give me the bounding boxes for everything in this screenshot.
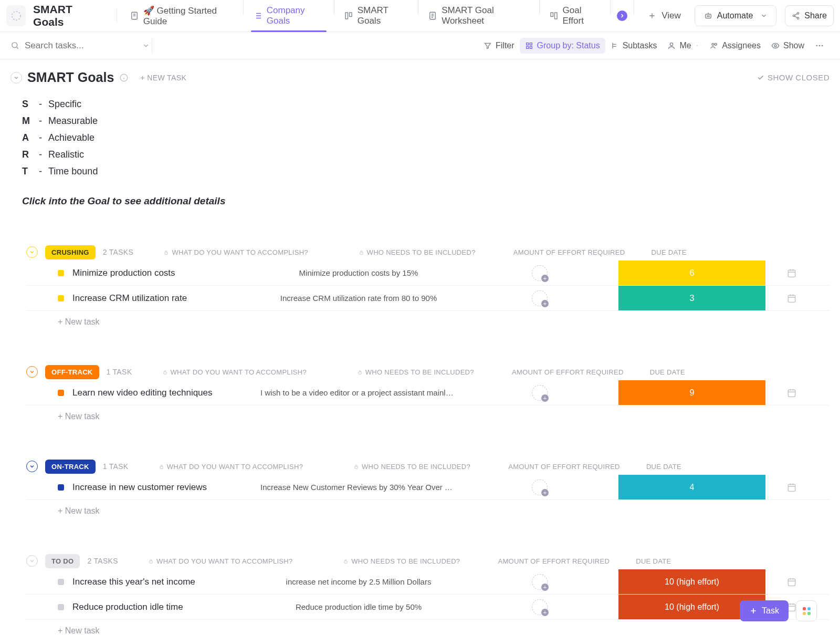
task-accomplish[interactable]: Increase CRM utilization rate from 80 to… xyxy=(256,294,461,303)
col-accomplish[interactable]: WHAT DO YOU WANT TO ACCOMPLISH? xyxy=(118,557,323,565)
info-icon[interactable] xyxy=(119,73,129,82)
status-pill[interactable]: TO DO xyxy=(45,554,80,568)
col-accomplish[interactable]: WHAT DO YOU WANT TO ACCOMPLISH? xyxy=(128,463,333,471)
assignee-placeholder-icon[interactable] xyxy=(532,480,548,495)
assignees-button[interactable]: Assignees xyxy=(705,38,766,54)
col-effort[interactable]: AMOUNT OF EFFORT REQUIRED xyxy=(496,248,643,256)
task-accomplish[interactable]: I wish to be a video editor or a project… xyxy=(256,388,461,397)
subtasks-button[interactable]: Subtasks xyxy=(605,38,663,54)
tab-goal-effort[interactable]: Goal Effort xyxy=(542,0,608,32)
task-due[interactable] xyxy=(765,293,818,304)
task-name[interactable]: Reduce production idle time xyxy=(72,602,256,612)
show-closed-button[interactable]: SHOW CLOSED xyxy=(757,73,830,82)
col-due[interactable]: DUE DATE xyxy=(641,368,694,376)
col-effort[interactable]: AMOUNT OF EFFORT REQUIRED xyxy=(494,368,641,376)
col-due[interactable]: DUE DATE xyxy=(627,557,680,565)
filter-button[interactable]: Filter xyxy=(478,38,520,54)
assignee-placeholder-icon[interactable] xyxy=(532,290,548,306)
new-task-row[interactable]: + New task xyxy=(26,500,830,516)
new-task-row[interactable]: + New task xyxy=(26,311,830,327)
status-pill[interactable]: ON-TRACK xyxy=(45,460,96,474)
tab-company-goals[interactable]: Company Goals xyxy=(246,0,332,32)
task-name[interactable]: Increase this year's net income xyxy=(72,577,256,587)
task-accomplish[interactable]: Minimize production costs by 15% xyxy=(256,268,461,277)
fab-task-button[interactable]: Task xyxy=(740,600,789,621)
task-name[interactable]: Increase in new customer reviews xyxy=(72,482,256,493)
col-include[interactable]: WHO NEEDS TO BE INCLUDED? xyxy=(337,368,494,376)
task-row[interactable]: Increase this year's net incomeincrease … xyxy=(26,569,830,595)
assignee-placeholder-icon[interactable] xyxy=(532,385,548,401)
assignee-placeholder-icon[interactable] xyxy=(532,599,548,615)
task-row[interactable]: Increase CRM utilization rateIncrease CR… xyxy=(26,286,830,311)
show-button[interactable]: Show xyxy=(766,38,810,54)
task-effort[interactable]: 6 xyxy=(618,261,765,285)
task-row[interactable]: Increase in new customer reviewsIncrease… xyxy=(26,475,830,500)
task-include[interactable] xyxy=(461,385,618,401)
view-button[interactable]: View xyxy=(639,0,688,32)
col-due[interactable]: DUE DATE xyxy=(643,248,695,256)
share-button[interactable]: Share xyxy=(785,5,834,26)
task-row[interactable]: Reduce production idle timeReduce produc… xyxy=(26,595,830,620)
content: SMART Goals + NEW TASK SHOW CLOSED S-Spe… xyxy=(0,59,840,635)
task-accomplish[interactable]: Increase New Customer Reviews by 30% Yea… xyxy=(256,483,461,492)
more-button[interactable] xyxy=(810,38,830,54)
status-dot[interactable] xyxy=(58,484,64,491)
more-views-button[interactable] xyxy=(613,0,632,32)
status-dot[interactable] xyxy=(58,579,64,585)
col-effort[interactable]: AMOUNT OF EFFORT REQUIRED xyxy=(480,557,627,565)
col-accomplish[interactable]: WHAT DO YOU WANT TO ACCOMPLISH? xyxy=(133,248,338,256)
tab-smart-goals[interactable]: SMART Goals xyxy=(337,0,416,32)
collapse-icon[interactable] xyxy=(26,461,38,472)
assignee-placeholder-icon[interactable] xyxy=(532,574,548,590)
chevron-down-icon[interactable] xyxy=(142,42,150,49)
collapse-all-icon[interactable] xyxy=(10,72,22,84)
collapse-icon[interactable] xyxy=(26,246,38,258)
task-due[interactable] xyxy=(765,482,818,493)
task-effort[interactable]: 9 xyxy=(618,380,765,405)
status-dot[interactable] xyxy=(58,270,64,276)
assignee-placeholder-icon[interactable] xyxy=(532,265,548,281)
col-include[interactable]: WHO NEEDS TO BE INCLUDED? xyxy=(333,463,490,471)
status-pill[interactable]: CRUSHING xyxy=(45,245,96,259)
task-effort[interactable]: 4 xyxy=(618,475,765,499)
task-due[interactable] xyxy=(765,577,818,587)
status-pill[interactable]: OFF-TRACK xyxy=(45,365,99,379)
task-include[interactable] xyxy=(461,599,618,615)
task-include[interactable] xyxy=(461,480,618,495)
task-effort[interactable]: 10 (high effort) xyxy=(618,569,765,594)
status-dot[interactable] xyxy=(58,390,64,396)
new-task-row[interactable]: + New task xyxy=(26,405,830,421)
search-input[interactable] xyxy=(25,40,137,51)
status-dot[interactable] xyxy=(58,295,64,301)
task-accomplish[interactable]: increase net income by 2.5 Million Dolla… xyxy=(256,577,461,586)
task-name[interactable]: Minimize production costs xyxy=(72,268,256,278)
task-include[interactable] xyxy=(461,265,618,281)
col-include[interactable]: WHO NEEDS TO BE INCLUDED? xyxy=(323,557,480,565)
share-icon xyxy=(792,12,800,20)
task-row[interactable]: Minimize production costsMinimize produc… xyxy=(26,261,830,286)
fab-apps-button[interactable] xyxy=(796,600,817,621)
automate-button[interactable]: Automate xyxy=(695,5,776,26)
task-include[interactable] xyxy=(461,574,618,590)
new-task-row[interactable]: + New task xyxy=(26,620,830,635)
groupby-button[interactable]: Group by: Status xyxy=(520,38,605,54)
tab--getting-started-guide[interactable]: 🚀 Getting Started Guide xyxy=(122,0,241,32)
tab-smart-goal-worksheet[interactable]: SMART Goal Worksheet xyxy=(421,0,537,32)
col-include[interactable]: WHO NEEDS TO BE INCLUDED? xyxy=(338,248,496,256)
new-task-button[interactable]: + NEW TASK xyxy=(140,74,186,82)
col-due[interactable]: DUE DATE xyxy=(637,463,690,471)
task-due[interactable] xyxy=(765,388,818,398)
collapse-icon[interactable] xyxy=(26,555,38,567)
col-accomplish[interactable]: WHAT DO YOU WANT TO ACCOMPLISH? xyxy=(132,368,337,376)
status-dot[interactable] xyxy=(58,604,64,610)
task-accomplish[interactable]: Reduce production idle time by 50% xyxy=(256,602,461,611)
task-due[interactable] xyxy=(765,268,818,278)
task-effort[interactable]: 3 xyxy=(618,286,765,310)
collapse-icon[interactable] xyxy=(26,366,38,378)
col-effort[interactable]: AMOUNT OF EFFORT REQUIRED xyxy=(490,463,637,471)
task-name[interactable]: Increase CRM utilization rate xyxy=(72,293,256,304)
task-row[interactable]: Learn new video editing techniquesI wish… xyxy=(26,380,830,405)
task-include[interactable] xyxy=(461,290,618,306)
task-name[interactable]: Learn new video editing techniques xyxy=(72,388,256,398)
me-button[interactable]: Me· xyxy=(662,38,705,54)
